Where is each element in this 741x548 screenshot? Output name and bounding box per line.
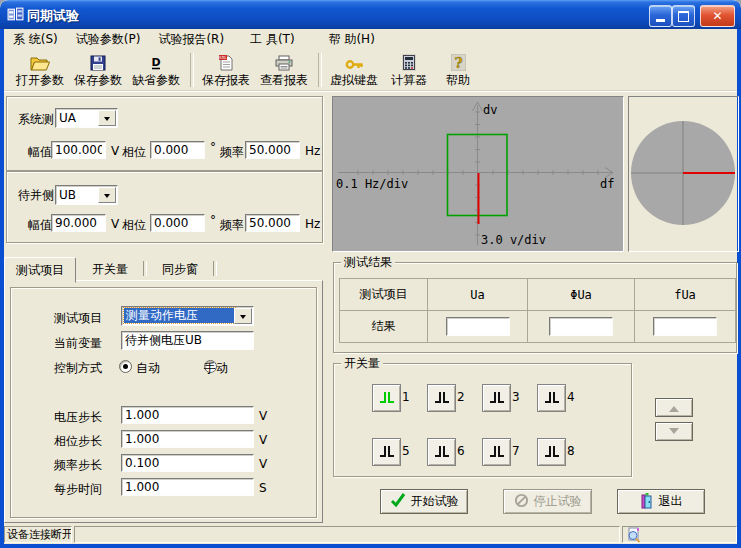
results-row-label: 结果: [340, 311, 428, 343]
plot-canvas: [333, 97, 621, 249]
menu-help[interactable]: 帮 助(H): [320, 29, 384, 51]
switches-title: 开关量: [341, 356, 383, 370]
result-ua-input[interactable]: [446, 317, 510, 336]
switch-button-2[interactable]: [427, 384, 456, 412]
tab-test-items[interactable]: 测试项目: [4, 257, 76, 283]
toolbar-separator: [318, 53, 322, 87]
radio-auto[interactable]: [119, 360, 132, 373]
standby-channel-combobox[interactable]: UB: [55, 185, 118, 205]
radio-auto-label[interactable]: 自动: [136, 360, 160, 377]
switch-button-7[interactable]: [482, 438, 511, 466]
scroll-down-button[interactable]: [655, 422, 693, 441]
toolbar-label: 缺省参数: [132, 72, 180, 89]
minimize-button[interactable]: [649, 5, 672, 27]
switch-button-4[interactable]: [537, 384, 566, 412]
standby-amp-input[interactable]: [51, 214, 106, 232]
amp-unit: V: [111, 144, 119, 158]
result-phi-ua-input[interactable]: [549, 317, 613, 336]
switch-button-5[interactable]: [372, 438, 401, 466]
exit-door-icon: [640, 492, 654, 512]
freq-step-input[interactable]: [121, 454, 254, 472]
test-item-label: 测试项目: [54, 310, 102, 327]
result-f-ua-input[interactable]: [653, 317, 717, 336]
switch-button-6[interactable]: [427, 438, 456, 466]
amp-label: 幅值: [28, 144, 52, 161]
system-amp-input[interactable]: [51, 141, 106, 159]
toolbar-label: 保存报表: [202, 72, 250, 89]
save-report-button[interactable]: EXL 保存报表: [200, 50, 252, 89]
device-status-text: 设备连接断开: [7, 528, 72, 541]
switch-button-8[interactable]: [537, 438, 566, 466]
system-freq-input[interactable]: [245, 141, 300, 159]
results-cell: [428, 311, 528, 343]
menu-test-report[interactable]: 试验报告(R): [149, 29, 233, 51]
virtual-keyboard-button[interactable]: 虚拟键盘: [328, 50, 380, 89]
h-scale-label: 0.1 Hz/div: [336, 177, 408, 191]
switch-number: 8: [567, 444, 575, 458]
standby-freq-input[interactable]: [245, 214, 300, 232]
tab-switches[interactable]: 开关量: [78, 259, 142, 279]
current-variable-label: 当前变量: [54, 335, 102, 352]
switch-button-1[interactable]: [372, 384, 401, 412]
maximize-icon: [678, 11, 689, 22]
menu-system[interactable]: 系 统(S): [4, 29, 67, 51]
open-params-button[interactable]: 打开参数: [14, 50, 66, 89]
arrow-down-icon: [669, 428, 679, 439]
open-folder-icon: [30, 53, 50, 71]
chevron-down-icon[interactable]: [98, 110, 116, 126]
amp-label: 幅值: [28, 217, 52, 234]
switch-contact-icon: [434, 391, 450, 405]
start-test-label: 开始试验: [411, 493, 459, 510]
chevron-down-icon[interactable]: [98, 187, 116, 203]
switch-contact-icon: [489, 391, 505, 405]
chevron-down-icon[interactable]: [234, 308, 252, 324]
system-side-group: 系统测 UA 幅值 V 相位 ° 频率 Hz: [6, 96, 323, 171]
save-params-button[interactable]: 保存参数: [72, 50, 124, 89]
excel-doc-icon: EXL: [218, 53, 234, 71]
help-button[interactable]: ? 帮助: [438, 50, 478, 89]
voltage-step-input[interactable]: [121, 406, 254, 424]
standby-phase-input[interactable]: [150, 214, 205, 232]
radio-manual-label[interactable]: 手动: [204, 360, 228, 377]
freq-label: 频率: [220, 217, 244, 234]
stop-test-label: 停止试验: [534, 493, 582, 510]
results-col-ua: Ua: [428, 279, 528, 311]
switch-button-3[interactable]: [482, 384, 511, 412]
floppy-icon: [90, 53, 106, 71]
phase-step-input[interactable]: [121, 430, 254, 448]
calculator-button[interactable]: 计算器: [386, 50, 432, 89]
scroll-up-button[interactable]: [655, 398, 693, 417]
phase-label: 相位: [122, 144, 146, 161]
close-button[interactable]: ✕: [700, 5, 735, 27]
svg-text:?: ?: [454, 55, 462, 71]
system-phase-input[interactable]: [150, 141, 205, 159]
results-table: 测试项目 Ua ΦUa fUa 结果: [339, 278, 736, 343]
synchroscope-panel: [628, 96, 739, 252]
current-variable-input[interactable]: [121, 331, 254, 350]
v-scale-label: 3.0 v/div: [481, 233, 546, 247]
synchroscope-dial: [629, 97, 736, 249]
menu-test-params[interactable]: 试验参数(P): [67, 29, 150, 51]
h-axis-label: df: [600, 177, 614, 191]
test-item-combobox[interactable]: 测量动作电压: [121, 306, 254, 326]
phase-label: 相位: [122, 217, 146, 234]
maximize-button[interactable]: [672, 5, 695, 27]
default-d-icon: D: [148, 53, 164, 71]
question-icon: ?: [451, 53, 466, 71]
test-item-value: 测量动作电压: [124, 308, 235, 323]
menu-bar: 系 统(S) 试验参数(P) 试验报告(R) 工 具(T) 帮 助(H): [4, 29, 737, 50]
tab-sync-window[interactable]: 同步窗: [148, 259, 212, 279]
step-time-unit: S: [259, 481, 267, 495]
step-time-input[interactable]: [121, 478, 254, 496]
tab-label: 开关量: [92, 261, 128, 278]
report-preview-icon: [626, 527, 642, 546]
default-params-button[interactable]: D 缺省参数: [130, 50, 182, 89]
view-report-button[interactable]: 查看报表: [258, 50, 310, 89]
start-test-button[interactable]: 开始试验: [380, 489, 468, 514]
system-channel-combobox[interactable]: UA: [55, 108, 118, 128]
exit-button[interactable]: 退出: [617, 489, 705, 514]
status-icon-pane: [622, 526, 737, 543]
status-device-pane: 设备连接断开: [4, 526, 72, 543]
freq-step-unit: V: [259, 457, 267, 471]
menu-tools[interactable]: 工 具(T): [241, 29, 304, 51]
